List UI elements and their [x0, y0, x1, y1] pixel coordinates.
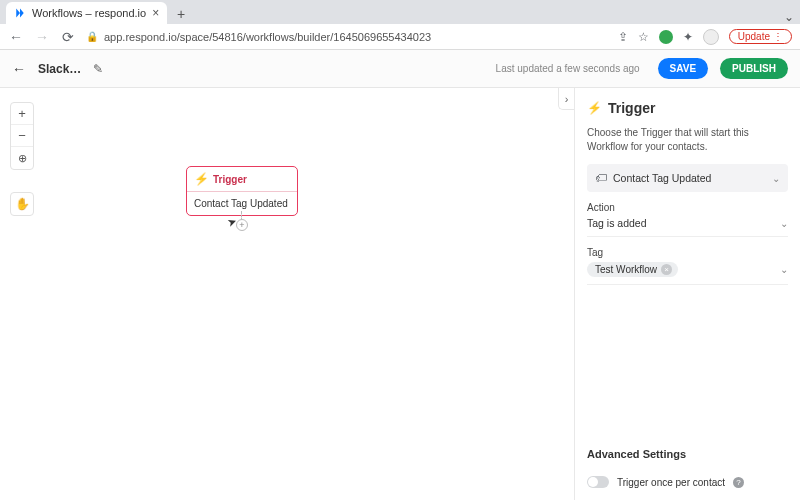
node-subtitle: Contact Tag Updated	[187, 192, 297, 215]
url-text: app.respond.io/space/54816/workflows/bui…	[104, 31, 431, 43]
help-icon[interactable]: ?	[733, 477, 744, 488]
collapse-sidebar-button[interactable]: ›	[558, 88, 574, 110]
app-header: ← Slack… ✎ Last updated a few seconds ag…	[0, 50, 800, 88]
chevron-down-icon: ⌄	[780, 218, 788, 229]
update-button[interactable]: Update ⋮	[729, 29, 792, 44]
action-label: Action	[587, 202, 788, 213]
sidebar-title: Trigger	[608, 100, 655, 116]
profile-avatar[interactable]	[703, 29, 719, 45]
extension-icon[interactable]	[659, 30, 673, 44]
tag-select[interactable]: Test Workflow × ⌄	[587, 258, 788, 285]
main-area: + − ⊕ ✋ ⚡ Trigger Contact Tag Updated + …	[0, 88, 800, 500]
node-title: Trigger	[213, 174, 247, 185]
trigger-type-select[interactable]: 🏷 Contact Tag Updated ⌄	[587, 164, 788, 192]
respond-favicon-icon	[14, 7, 26, 19]
nav-back-icon[interactable]: ←	[8, 29, 24, 45]
new-tab-button[interactable]: +	[171, 4, 191, 24]
sidebar-description: Choose the Trigger that will start this …	[587, 126, 788, 154]
tabs-dropdown-icon[interactable]: ⌄	[784, 10, 794, 24]
tag-chip-text: Test Workflow	[595, 264, 657, 275]
action-value: Tag is added	[587, 217, 647, 229]
zoom-controls: + − ⊕	[10, 102, 34, 170]
share-icon[interactable]: ⇪	[618, 30, 628, 44]
trigger-type-value: Contact Tag Updated	[613, 172, 711, 184]
zoom-fit-button[interactable]: ⊕	[11, 147, 33, 169]
bolt-icon: ⚡	[587, 101, 602, 115]
zoom-out-button[interactable]: −	[11, 125, 33, 147]
chevron-down-icon: ⌄	[772, 173, 780, 184]
nav-forward-icon: →	[34, 29, 50, 45]
remove-tag-icon[interactable]: ×	[661, 264, 672, 275]
back-button[interactable]: ←	[12, 61, 26, 77]
config-sidebar: ⚡ Trigger Choose the Trigger that will s…	[574, 88, 800, 500]
last-updated-text: Last updated a few seconds ago	[496, 63, 640, 74]
workflow-canvas[interactable]: + − ⊕ ✋ ⚡ Trigger Contact Tag Updated + …	[0, 88, 574, 500]
tag-label: Tag	[587, 247, 788, 258]
workflow-title: Slack…	[38, 62, 81, 76]
trigger-once-toggle[interactable]	[587, 476, 609, 488]
trigger-once-label: Trigger once per contact	[617, 477, 725, 488]
save-button[interactable]: SAVE	[658, 58, 709, 79]
trigger-node[interactable]: ⚡ Trigger Contact Tag Updated	[186, 166, 298, 216]
close-tab-icon[interactable]: ×	[152, 6, 159, 20]
pan-tool-button[interactable]: ✋	[10, 192, 34, 216]
advanced-settings-title: Advanced Settings	[587, 448, 788, 460]
chevron-down-icon: ⌄	[780, 264, 788, 275]
tag-chip[interactable]: Test Workflow ×	[587, 262, 678, 277]
browser-tabstrip: Workflows – respond.io × + ⌄	[0, 0, 800, 24]
browser-tab[interactable]: Workflows – respond.io ×	[6, 2, 167, 24]
url-field[interactable]: 🔒 app.respond.io/space/54816/workflows/b…	[86, 31, 608, 43]
update-label: Update	[738, 31, 770, 42]
nav-reload-icon[interactable]: ⟳	[60, 29, 76, 45]
lock-icon: 🔒	[86, 31, 98, 42]
tag-icon: 🏷	[595, 171, 607, 185]
extensions-puzzle-icon[interactable]: ✦	[683, 30, 693, 44]
browser-address-bar: ← → ⟳ 🔒 app.respond.io/space/54816/workf…	[0, 24, 800, 50]
zoom-in-button[interactable]: +	[11, 103, 33, 125]
star-icon[interactable]: ☆	[638, 30, 649, 44]
tab-title: Workflows – respond.io	[32, 7, 146, 19]
kebab-icon: ⋮	[773, 31, 783, 42]
action-select[interactable]: Tag is added ⌄	[587, 213, 788, 237]
publish-button[interactable]: PUBLISH	[720, 58, 788, 79]
edit-title-icon[interactable]: ✎	[93, 62, 103, 76]
bolt-icon: ⚡	[194, 172, 209, 186]
